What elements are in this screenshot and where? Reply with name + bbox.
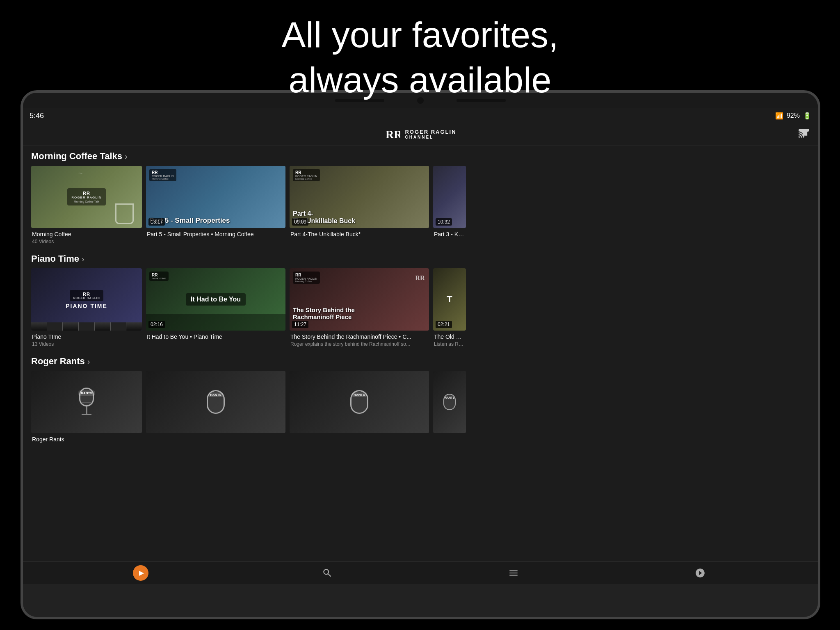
account-icon xyxy=(695,568,705,578)
piano-thumb-2: RR PIANO TIME It Had to Be You 02:16 xyxy=(146,268,285,331)
rants-video-4[interactable]: RANTS xyxy=(433,371,466,444)
morning-playlist-sub: 40 Videos xyxy=(32,239,141,244)
tablet-bottom-bar xyxy=(23,584,818,617)
rants-video-3[interactable]: RANTS xyxy=(290,371,429,444)
tablet-frame: 5:46 📶 92% 🔋 RR ROGER RAGLIN CHANNEL xyxy=(21,90,820,619)
rants-playlist-thumb: RANTS xyxy=(31,371,142,433)
piano-playlist-sub: 13 Videos xyxy=(32,341,141,347)
rants-video-2[interactable]: RANTS xyxy=(146,371,285,444)
rants-thumb-4: RANTS xyxy=(433,371,466,433)
search-icon xyxy=(322,568,333,578)
piano-duration-3: 11:27 xyxy=(292,321,308,328)
morning-duration-4: 10:32 xyxy=(436,218,452,226)
piano-playlist-card[interactable]: RR ROGER RAGLIN PIANO TIME xyxy=(31,268,142,348)
nav-menu[interactable] xyxy=(503,565,524,581)
nav-account[interactable] xyxy=(690,565,710,581)
section-title-piano: Piano Time xyxy=(31,253,79,264)
section-piano-time: Piano Time › RR ROGER RAGLIN PIANO xyxy=(23,249,818,351)
rr-watermark-piano3: RR xyxy=(414,272,426,283)
morning-playlist-title: Morning Coffee xyxy=(32,231,141,238)
rants-thumb-2: RANTS xyxy=(146,371,285,433)
piano-video-3[interactable]: RR ROGER RAGLIN Morning Coffee The Story… xyxy=(290,268,429,348)
rants-playlist-info: Roger Rants xyxy=(31,433,142,444)
cast-icon[interactable] xyxy=(798,128,810,142)
section-morning-coffee: Morning Coffee Talks › RR ROGER RAGLIN M… xyxy=(23,146,818,249)
piano-thumb-3: RR ROGER RAGLIN Morning Coffee The Story… xyxy=(290,268,429,331)
morning-playlist-thumb: RR ROGER RAGLIN Morning Coffee Talk ~ xyxy=(31,166,142,228)
nav-search[interactable] xyxy=(317,565,338,581)
piano-video-2[interactable]: RR PIANO TIME It Had to Be You 02:16 xyxy=(146,268,285,348)
app-header: RR ROGER RAGLIN CHANNEL xyxy=(23,123,818,146)
section-header-morning[interactable]: Morning Coffee Talks › xyxy=(23,151,818,166)
rants-playlist-title: Roger Rants xyxy=(32,436,141,443)
morning-title-2: Part 5 - Small Properties • Morning Coff… xyxy=(147,231,285,238)
rants-thumb-3: RANTS xyxy=(290,371,429,433)
section-arrow-piano: › xyxy=(82,254,84,264)
piano-duration-4: 02:21 xyxy=(436,321,452,328)
morning-overlay-3: Part 4- The Unkillable Buck xyxy=(293,210,426,225)
menu-icon xyxy=(508,568,519,578)
piano-overlay-3: The Story Behind the Rachmaninoff Piece xyxy=(293,306,426,320)
section-roger-rants: Roger Rants › xyxy=(23,351,818,447)
morning-title-3: Part 4-The Unkillable Buck* xyxy=(290,231,428,238)
section-title-morning: Morning Coffee Talks xyxy=(31,151,122,162)
rants-row: RANTS xyxy=(23,371,818,444)
wifi-icon: 📶 xyxy=(775,112,783,120)
morning-thumb-4: 10:32 xyxy=(433,166,466,228)
section-arrow-morning: › xyxy=(125,152,128,161)
morning-info-4: Part 3 - Keep... xyxy=(433,228,466,239)
piano-video-4[interactable]: T 02:21 The Old Rugg... Listen as Roge..… xyxy=(433,268,466,348)
bottom-nav xyxy=(23,561,818,584)
svg-text:RR: RR xyxy=(386,128,400,141)
nav-home[interactable] xyxy=(130,565,151,581)
piano-playlist-info: Piano TIme 13 Videos xyxy=(31,331,142,348)
morning-duration-2: 13:17 xyxy=(148,218,165,226)
piano-info-2: It Had to Be You • Piano Time xyxy=(146,331,285,341)
piano-title-2: It Had to Be You • Piano Time xyxy=(147,333,285,340)
piano-thumb-4: T 02:21 xyxy=(433,268,466,331)
piano-overlay-2: It Had to Be You xyxy=(191,296,241,303)
battery-icon: 🔋 xyxy=(803,112,811,120)
battery-text: 92% xyxy=(787,112,800,119)
screen: 5:46 📶 92% 🔋 RR ROGER RAGLIN CHANNEL xyxy=(23,108,818,584)
content-area: Morning Coffee Talks › RR ROGER RAGLIN M… xyxy=(23,146,818,561)
morning-coffee-playlist-card[interactable]: RR ROGER RAGLIN Morning Coffee Talk ~ xyxy=(31,166,142,245)
section-header-piano[interactable]: Piano Time › xyxy=(23,253,818,268)
morning-duration-3: 09:09 xyxy=(292,218,308,226)
nav-play-button[interactable] xyxy=(133,565,148,581)
morning-playlist-info: Morning Coffee 40 Videos xyxy=(31,228,142,245)
rants-playlist-card[interactable]: RANTS xyxy=(31,371,142,444)
morning-info-2: Part 5 - Small Properties • Morning Coff… xyxy=(146,228,285,239)
morning-video-2[interactable]: RR ROGER RAGLIN Morning Coffee Part 5 - … xyxy=(146,166,285,245)
app-logo: RR ROGER RAGLIN CHANNEL xyxy=(384,126,456,143)
morning-coffee-row: RR ROGER RAGLIN Morning Coffee Talk ~ xyxy=(23,166,818,245)
piano-time-row: RR ROGER RAGLIN PIANO TIME xyxy=(23,268,818,348)
rr-logo-svg: RR xyxy=(385,127,400,142)
piano-title-4: The Old Rugg... xyxy=(434,333,465,340)
hero-section: All your favorites, always available xyxy=(0,12,840,103)
morning-video-3[interactable]: RR ROGER RAGLIN Morning Coffee Part 4- T… xyxy=(290,166,429,245)
section-header-rants[interactable]: Roger Rants › xyxy=(23,356,818,371)
piano-playlist-thumb: RR ROGER RAGLIN PIANO TIME xyxy=(31,268,142,331)
status-bar: 5:46 📶 92% 🔋 xyxy=(23,108,818,123)
piano-playlist-title: Piano TIme xyxy=(32,333,141,340)
section-title-rants: Roger Rants xyxy=(31,356,85,367)
piano-duration-2: 02:16 xyxy=(148,321,165,328)
piano-info-3: The Story Behind the Rachmaninoff Piece … xyxy=(290,331,429,348)
section-arrow-rants: › xyxy=(87,357,90,366)
morning-thumb-2: RR ROGER RAGLIN Morning Coffee Part 5 - … xyxy=(146,166,285,228)
piano-sub-3: Roger explains the story behind the Rach… xyxy=(290,341,428,347)
piano-info-4: The Old Rugg... Listen as Roge... xyxy=(433,331,466,348)
logo-icon: RR xyxy=(384,126,401,143)
morning-title-4: Part 3 - Keep... xyxy=(434,231,465,238)
hero-title: All your favorites, always available xyxy=(0,12,840,103)
morning-info-3: Part 4-The Unkillable Buck* xyxy=(290,228,429,239)
piano-sub-4: Listen as Roge... xyxy=(434,341,465,347)
morning-video-4[interactable]: 10:32 Part 3 - Keep... xyxy=(433,166,466,245)
piano-title-3: The Story Behind the Rachmaninoff Piece … xyxy=(290,333,428,340)
logo-text: ROGER RAGLIN CHANNEL xyxy=(405,129,456,140)
morning-overlay-2: Part 5 - Small Properties xyxy=(149,217,282,225)
clock: 5:46 xyxy=(30,112,44,120)
status-icons: 📶 92% 🔋 xyxy=(775,112,811,120)
morning-thumb-3: RR ROGER RAGLIN Morning Coffee Part 4- T… xyxy=(290,166,429,228)
